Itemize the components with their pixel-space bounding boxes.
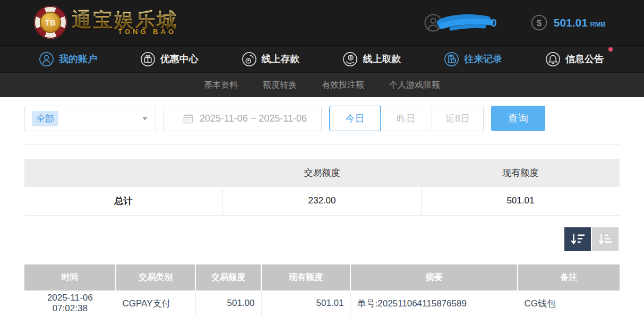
date-range-picker[interactable]: 2025-11-06 ~ 2025-11-06 (164, 106, 322, 131)
balance-amount: 501.01 (554, 16, 588, 29)
subnav-item-credit-transfer[interactable]: 额度转换 (263, 80, 297, 91)
nav-item-transaction-records[interactable]: 往来记录 (444, 52, 502, 67)
sort-descending-icon (571, 233, 585, 245)
nav-label: 我的账户 (59, 53, 97, 65)
selected-type: 全部 (32, 111, 58, 126)
user-circle-icon (39, 52, 54, 67)
col-time: 时间 (24, 264, 116, 291)
main-navigation: 我的账户 优惠中心 线上存款 $ 线上取款 (0, 45, 644, 72)
summary-col-transaction-amount: 交易额度 (223, 159, 422, 187)
table-row: 2025-11-06 07:02:38 CGPAY支付 501.00 501.0… (24, 291, 620, 316)
summary-table: 交易额度 现有额度 总计 232.00 501.01 (24, 159, 620, 216)
records-header-row: 时间 交易类别 交易额度 现有额度 摘要 备注 (24, 264, 620, 291)
summary-transaction-amount: 232.00 (223, 187, 422, 215)
chevron-down-icon (142, 117, 148, 121)
logo-text: 通宝娱乐城 TONG BAO (72, 9, 178, 36)
chip-monogram: TB (45, 18, 56, 27)
col-transaction-type: 交易类别 (116, 264, 195, 291)
subnav-item-game-limits[interactable]: 个人游戏限额 (389, 80, 440, 91)
cell-current-balance: 501.01 (261, 291, 350, 316)
col-current-balance: 现有额度 (261, 264, 350, 291)
casino-chip-icon: TB (34, 6, 67, 39)
withdraw-coin-icon: $ (342, 52, 358, 67)
svg-text:$: $ (536, 18, 542, 28)
date-range-value: 2025-11-06 ~ 2025-11-06 (200, 113, 307, 124)
cell-summary: 单号:202511064115876589 (350, 291, 518, 316)
transaction-type-select[interactable]: 全部 (24, 106, 156, 131)
search-button[interactable]: 查询 (491, 106, 545, 131)
chip-center: TB (40, 12, 61, 33)
summary-current-balance: 501.01 (421, 187, 620, 215)
summary-total-row: 总计 232.00 501.01 (24, 187, 620, 215)
quick-range-yesterday[interactable]: 昨日 (381, 106, 432, 131)
dollar-circle-icon: $ (531, 14, 547, 31)
gift-icon (140, 52, 156, 67)
quick-range-group: 今日 昨日 近8日 (329, 106, 484, 131)
nav-item-promotions[interactable]: 优惠中心 (140, 52, 199, 67)
summary-col-empty (24, 159, 223, 187)
wallet-balance[interactable]: $ 501.01 RMB (531, 14, 606, 31)
section-divider (24, 144, 620, 145)
sort-controls (24, 227, 619, 251)
deposit-coin-icon (242, 52, 257, 67)
transaction-records-table: 时间 交易类别 交易额度 现有额度 摘要 备注 2025-11-06 07:02… (24, 264, 620, 316)
sort-ascending-icon (598, 233, 613, 245)
top-bar-right: 0 $ 501.01 RMB (424, 0, 606, 45)
cell-time: 2025-11-06 07:02:38 (24, 291, 116, 316)
balance-currency: RMB (590, 20, 606, 28)
notification-dot (608, 47, 613, 52)
cell-transaction-amount: 501.00 (195, 291, 261, 316)
summary-col-current-balance: 现有额度 (421, 159, 620, 187)
summary-total-label: 总计 (24, 187, 223, 215)
site-subtitle: TONG BAO (72, 28, 178, 36)
account-sub-navigation: 基本资料 额度转换 有效投注额 个人游戏限额 (0, 72, 644, 97)
site-logo[interactable]: TB 通宝娱乐城 TONG BAO (34, 6, 178, 39)
clipboard-clock-icon (444, 52, 459, 67)
nav-item-announcements[interactable]: 信息公告 (545, 52, 604, 67)
summary-header-row: 交易额度 现有额度 (24, 159, 620, 187)
quick-range-today[interactable]: 今日 (329, 106, 381, 131)
svg-text:$: $ (350, 55, 352, 60)
nav-item-deposit[interactable]: 线上存款 (242, 52, 300, 67)
cell-remarks: CG钱包 (518, 291, 620, 316)
subnav-item-basic-info[interactable]: 基本资料 (204, 80, 238, 91)
quick-range-last-8-days[interactable]: 近8日 (432, 106, 484, 131)
nav-label: 信息公告 (565, 53, 604, 65)
nav-item-withdrawal[interactable]: $ 线上取款 (342, 52, 401, 67)
content-area: 全部 2025-11-06 ~ 2025-11-06 今日 昨日 近8日 查询 (0, 106, 644, 316)
nav-label: 线上存款 (262, 53, 300, 65)
sort-descending-button[interactable] (564, 227, 591, 251)
nav-label: 往来记录 (464, 53, 502, 65)
top-bar: TB 通宝娱乐城 TONG BAO 0 $ (0, 0, 644, 45)
col-transaction-amount: 交易额度 (195, 264, 261, 291)
calendar-icon (183, 114, 193, 124)
nav-label: 优惠中心 (160, 53, 199, 65)
col-remarks: 备注 (518, 264, 620, 291)
bell-icon (545, 52, 561, 67)
sort-ascending-button[interactable] (592, 227, 619, 251)
nav-label: 线上取款 (363, 53, 401, 65)
subnav-item-valid-bets[interactable]: 有效投注额 (322, 80, 364, 91)
nav-item-my-account[interactable]: 我的账户 (39, 52, 97, 67)
cell-transaction-type: CGPAY支付 (116, 291, 195, 316)
filter-row: 全部 2025-11-06 ~ 2025-11-06 今日 昨日 近8日 查询 (24, 106, 620, 131)
username-suffix: 0 (491, 16, 497, 29)
redaction-scribble (436, 13, 496, 32)
username-display[interactable]: 0 (424, 13, 497, 32)
col-summary: 摘要 (350, 264, 518, 291)
